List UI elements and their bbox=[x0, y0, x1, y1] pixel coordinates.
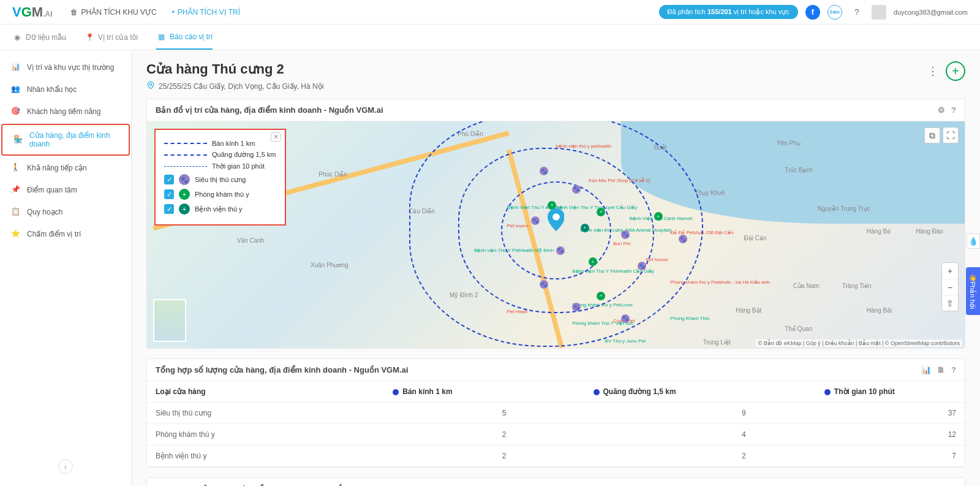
map-top-controls: ⧉ ⛶ bbox=[924, 127, 959, 143]
poi-icon: 📌 bbox=[11, 185, 21, 195]
map-card-title: Bản đồ vị trí cửa hàng, địa điểm kinh do… bbox=[156, 105, 383, 115]
clinic-icon: + bbox=[179, 189, 190, 200]
dash-icon bbox=[164, 166, 207, 167]
map-poi-marker[interactable]: + bbox=[597, 292, 605, 300]
map-canvas[interactable]: Phú Diễn Phúc Diễn Cầu Diễn Văn Canh Xuâ… bbox=[147, 121, 965, 348]
settings-icon[interactable]: ⚙ bbox=[938, 105, 945, 115]
add-button[interactable]: + bbox=[946, 61, 965, 81]
side-drop-button[interactable]: 💧 bbox=[967, 234, 980, 249]
facebook-icon[interactable]: f bbox=[805, 5, 820, 20]
sidebar-item-planning[interactable]: 📋Quy hoạch bbox=[0, 201, 131, 223]
plan-icon: 📋 bbox=[11, 207, 21, 217]
paw-icon: 🐾 bbox=[179, 174, 190, 185]
checkbox-icon[interactable]: ✓ bbox=[164, 189, 174, 199]
page-title: Cửa hàng Thú cưng 2 bbox=[146, 61, 323, 77]
layers-icon[interactable]: ⧉ bbox=[924, 127, 940, 143]
compass-icon[interactable]: ⇧ bbox=[942, 295, 958, 311]
map-poi-marker[interactable]: + bbox=[589, 257, 597, 266]
sidebar-item-poi[interactable]: 📌Điểm quan tâm bbox=[0, 179, 131, 201]
zoom-in-button[interactable]: + bbox=[942, 263, 958, 279]
col-radius: Bán kính 1 km bbox=[330, 381, 514, 403]
table-row[interactable]: Bệnh viện thú y227 bbox=[147, 446, 965, 467]
center-marker[interactable] bbox=[548, 208, 565, 230]
minimap[interactable] bbox=[153, 299, 186, 342]
col-type: Loại cửa hàng bbox=[147, 381, 330, 403]
sidebar-item-demographics[interactable]: 👥Nhân khẩu học bbox=[0, 78, 131, 101]
dash-icon bbox=[164, 143, 207, 144]
topbar: VGM.AI 🗑 PHÂN TÍCH KHU VỰC • PHÂN TÍCH V… bbox=[0, 0, 980, 25]
map-poi-marker[interactable]: + bbox=[654, 212, 663, 221]
avatar[interactable] bbox=[872, 5, 886, 20]
map-poi-marker[interactable]: 🐾 bbox=[540, 280, 548, 289]
export-icon[interactable]: 🗎 bbox=[937, 365, 945, 374]
help-icon[interactable]: ? bbox=[850, 5, 864, 20]
analysis-count-badge[interactable]: Đã phân tích 155/201 vị trí hoặc khu vực bbox=[659, 5, 798, 19]
compass-icon: ◉ bbox=[12, 32, 22, 42]
legend-close-icon[interactable]: ✕ bbox=[271, 132, 281, 142]
help-card-icon[interactable]: ? bbox=[951, 105, 956, 115]
dash-icon bbox=[164, 154, 207, 156]
tab-my-location[interactable]: 📍 Vị trí của tôi bbox=[85, 25, 138, 50]
list-card: Danh sách cửa hàng, địa điểm kinh doanh … bbox=[146, 477, 965, 486]
topbar-right: Đã phân tích 155/201 vị trí hoặc khu vực… bbox=[659, 5, 968, 20]
bookmark-icon: 🗑 bbox=[70, 8, 78, 17]
hospital-icon: + bbox=[179, 203, 190, 215]
tabbar: ◉ Dữ liệu mẫu 📍 Vị trí của tôi ▦ Báo cáo… bbox=[0, 25, 980, 50]
zalo-icon[interactable]: Zalo bbox=[827, 5, 842, 20]
page-header: Cửa hàng Thú cưng 2 25/255/25 Cầu Giấy, … bbox=[146, 61, 965, 91]
sidebar-item-scoring[interactable]: ⭐Chấm điểm vị trí bbox=[0, 223, 131, 245]
zoom-out-button[interactable]: − bbox=[942, 279, 958, 295]
checkbox-icon[interactable]: ✓ bbox=[164, 175, 174, 184]
map-poi-marker[interactable]: 🐾 bbox=[556, 246, 565, 255]
map-poi-marker[interactable]: 🐾 bbox=[572, 185, 581, 194]
nav-area-analysis[interactable]: 🗑 PHÂN TÍCH KHU VỰC bbox=[70, 8, 156, 17]
map-card: Bản đồ vị trí cửa hàng, địa điểm kinh do… bbox=[146, 99, 965, 349]
map-poi-marker[interactable]: 🐾 bbox=[679, 235, 687, 243]
chart-icon[interactable]: 📊 bbox=[921, 365, 931, 374]
user-email[interactable]: duycong383@gmail.com bbox=[894, 9, 968, 16]
location-icon bbox=[146, 81, 155, 91]
map-poi-marker[interactable]: 🐾 bbox=[540, 167, 548, 175]
map-zoom-controls: + − ⇧ bbox=[941, 262, 959, 311]
summary-title: Tổng hợp số lượng cửa hàng, địa điểm kin… bbox=[156, 365, 409, 374]
map-attribution[interactable]: © Bản đồ eKMap | Góp ý | Điều khoản | Bả… bbox=[756, 340, 962, 347]
map-poi-marker[interactable]: + bbox=[581, 224, 589, 232]
fullscreen-icon[interactable]: ⛶ bbox=[943, 127, 959, 143]
map-poi-marker[interactable]: 🐾 bbox=[621, 314, 630, 323]
checkbox-icon[interactable]: ✓ bbox=[164, 204, 174, 214]
sidebar-item-stores[interactable]: 🏪Cửa hàng, địa điểm kinh doanh bbox=[1, 124, 130, 156]
logo[interactable]: VGM.AI bbox=[12, 4, 52, 20]
summary-table: Loại cửa hàng Bán kính 1 km Quãng đường … bbox=[147, 381, 965, 467]
sidebar-item-customers[interactable]: 🎯Khách hàng tiềm năng bbox=[0, 101, 131, 123]
collapse-sidebar-button[interactable]: ‹ bbox=[58, 459, 73, 474]
table-row[interactable]: Siêu thị thú cưng5937 bbox=[147, 403, 965, 424]
score-icon: ⭐ bbox=[11, 229, 21, 239]
sidebar-item-accessibility[interactable]: 🚶Khả năng tiếp cận bbox=[0, 157, 131, 179]
dot-icon: • bbox=[172, 8, 175, 17]
svg-point-1 bbox=[552, 213, 560, 221]
map-legend: ✕ Bán kính 1 km Quãng đường 1,5 km Thời … bbox=[154, 129, 286, 226]
svg-point-0 bbox=[149, 83, 152, 86]
feedback-tab[interactable]: 👋Phản hồi bbox=[966, 267, 980, 315]
sidebar: 📊Vị trí và khu vực thị trường 👥Nhân khẩu… bbox=[0, 50, 132, 486]
tab-location-report[interactable]: ▦ Báo cáo vị trí bbox=[156, 25, 213, 50]
more-button[interactable]: ⋮ bbox=[927, 64, 938, 78]
col-time: Thời gian 10 phút bbox=[755, 381, 965, 403]
people-icon: 👥 bbox=[11, 85, 21, 94]
help-card-icon[interactable]: ? bbox=[951, 365, 956, 374]
target-icon: 🎯 bbox=[11, 107, 21, 116]
pin-icon: 📍 bbox=[85, 32, 94, 42]
sidebar-item-market[interactable]: 📊Vị trí và khu vực thị trường bbox=[0, 56, 131, 78]
table-row[interactable]: Phòng khám thú y2412 bbox=[147, 424, 965, 446]
tab-sample-data[interactable]: ◉ Dữ liệu mẫu bbox=[12, 25, 66, 50]
map-poi-marker[interactable]: 🐾 bbox=[621, 230, 630, 239]
store-icon: 🏪 bbox=[13, 135, 23, 145]
chart-icon: 📊 bbox=[11, 63, 21, 72]
nav-location-analysis[interactable]: • PHÂN TÍCH VỊ TRÍ bbox=[172, 8, 240, 17]
map-poi-marker[interactable]: + bbox=[597, 208, 605, 216]
grid-icon: ▦ bbox=[156, 32, 166, 42]
access-icon: 🚶 bbox=[11, 163, 21, 173]
address-row: 25/255/25 Cầu Giấy, Dịch Vọng, Cầu Giấy,… bbox=[146, 81, 323, 91]
summary-card: Tổng hợp số lượng cửa hàng, địa điểm kin… bbox=[146, 359, 965, 468]
col-distance: Quãng đường 1,5 km bbox=[514, 381, 754, 403]
